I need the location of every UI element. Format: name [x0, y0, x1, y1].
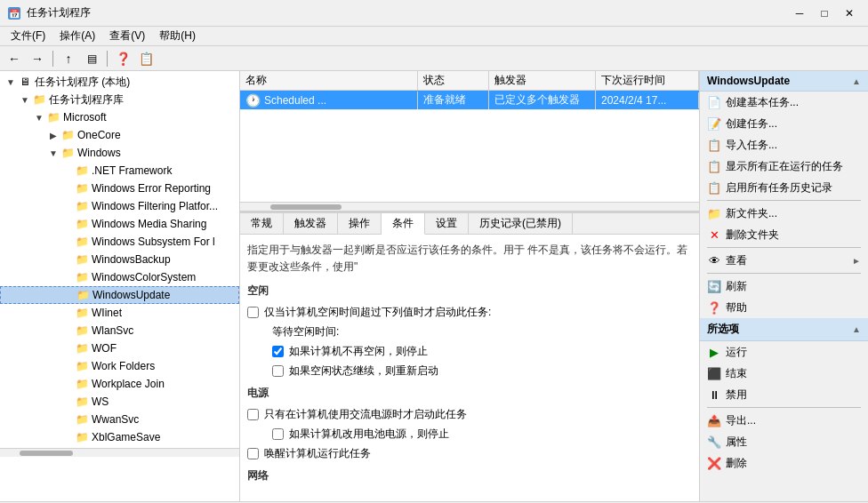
menu-bar: 文件(F) 操作(A) 查看(V) 帮助(H)	[0, 27, 868, 46]
menu-view[interactable]: 查看(V)	[102, 27, 152, 45]
expand-root[interactable]: ▼	[4, 75, 18, 89]
table-row[interactable]: 🕐 Scheduled ... 准备就绪 已定义多个触发器 2024/2/4 1…	[240, 91, 699, 110]
tab-history[interactable]: 历史记录(已禁用)	[469, 213, 573, 234]
idle-check1-checkbox[interactable]	[247, 307, 259, 318]
help-toolbar-button[interactable]: ❓	[112, 49, 133, 68]
delete-folder-icon: ✕	[707, 228, 721, 242]
tree-wiinet-item[interactable]: 📁 WIinet	[0, 304, 239, 322]
tree-microsoft-item[interactable]: ▼ 📁 Microsoft	[0, 108, 239, 126]
tree-wupdate-item[interactable]: 📁 WindowsUpdate	[0, 286, 239, 304]
action-delete[interactable]: ❌ 删除	[700, 452, 868, 474]
tree-workfolders-item[interactable]: 📁 Work Folders	[0, 357, 239, 375]
expand-workfolders[interactable]	[60, 359, 75, 373]
action-create-task[interactable]: 📝 创建任务...	[700, 113, 868, 134]
expand-wiinet[interactable]	[60, 306, 75, 320]
tree-wlansvc-item[interactable]: 📁 WlanSvc	[0, 322, 239, 339]
tree-wbackup-item[interactable]: 📁 WindowsBackup	[0, 251, 239, 268]
tree-ws-item[interactable]: 📁 WS	[0, 393, 239, 411]
tree-wms-item[interactable]: 📁 Windows Media Sharing	[0, 215, 239, 233]
expand-windows[interactable]: ▼	[46, 146, 60, 160]
tab-conditions[interactable]: 条件	[382, 213, 425, 235]
expand-microsoft[interactable]: ▼	[32, 110, 46, 124]
expand-ws[interactable]	[60, 395, 75, 409]
minimize-button[interactable]: ─	[788, 4, 811, 22]
forward-button[interactable]: →	[27, 49, 48, 68]
action-help[interactable]: ❓ 帮助	[700, 297, 868, 318]
action-delete-folder[interactable]: ✕ 删除文件夹	[700, 224, 868, 245]
tab-settings[interactable]: 设置	[425, 213, 469, 234]
back-button[interactable]: ←	[4, 49, 25, 68]
action-show-running[interactable]: 📋 显示所有正在运行的任务	[700, 156, 868, 177]
action-disable[interactable]: ⏸ 禁用	[700, 384, 868, 405]
power-check1-checkbox[interactable]	[247, 409, 259, 420]
expand-xblgamesave[interactable]	[60, 430, 75, 444]
expand-dotnet[interactable]	[60, 164, 75, 178]
windows-folder-icon: 📁	[60, 146, 75, 160]
close-button[interactable]: ✕	[838, 4, 861, 22]
action-new-folder[interactable]: 📁 新文件夹...	[700, 203, 868, 224]
tree-wer-item[interactable]: 📁 Windows Error Reporting	[0, 180, 239, 197]
power-check2-checkbox[interactable]	[272, 428, 284, 440]
window-title: 任务计划程序	[27, 5, 91, 20]
idle-check3-checkbox[interactable]	[272, 365, 284, 377]
tab-triggers[interactable]: 触发器	[284, 213, 338, 234]
menu-help[interactable]: 帮助(H)	[152, 27, 203, 45]
action-run[interactable]: ▶ 运行	[700, 341, 868, 363]
tree-root: ▼ 🖥 任务计划程序 (本地) ▼ 📁 任务计划程序库 ▼ 📁 Microsof…	[0, 71, 239, 448]
expand-wlansvc[interactable]	[60, 323, 75, 338]
tree-library-item[interactable]: ▼ 📁 任务计划程序库	[0, 91, 239, 108]
tree-wcs-item[interactable]: 📁 WindowsColorSystem	[0, 268, 239, 286]
expand-wof[interactable]	[60, 341, 75, 355]
expand-wwansvc[interactable]	[60, 412, 75, 427]
expand-wbackup[interactable]	[60, 252, 75, 267]
expand-onecore[interactable]: ▶	[46, 128, 60, 142]
tree-wsl-item[interactable]: 📁 Windows Subsystem For l	[0, 233, 239, 251]
tab-actions[interactable]: 操作	[338, 213, 382, 234]
expand-wsl[interactable]	[60, 235, 75, 249]
action-refresh[interactable]: 🔄 刷新	[700, 275, 868, 297]
show-panel-button[interactable]: ▤	[81, 49, 102, 68]
action-properties[interactable]: 🔧 属性	[700, 431, 868, 452]
up-button[interactable]: ↑	[58, 49, 79, 68]
action-create-basic[interactable]: 📄 创建基本任务...	[700, 92, 868, 113]
expand-wer[interactable]	[60, 181, 75, 196]
action-view[interactable]: 👁 查看 ►	[700, 250, 868, 271]
action-end[interactable]: ⬛ 结束	[700, 363, 868, 384]
tree-wwansvc-item[interactable]: 📁 WwanSvc	[0, 411, 239, 428]
tree-workplacejoin-item[interactable]: 📁 Workplace Join	[0, 375, 239, 393]
wwansvc-folder-icon: 📁	[75, 412, 89, 427]
tree-onecore-item[interactable]: ▶ 📁 OneCore	[0, 126, 239, 144]
tree-windows-item[interactable]: ▼ 📁 Windows	[0, 144, 239, 162]
menu-file[interactable]: 文件(F)	[4, 27, 52, 45]
expand-wms[interactable]	[60, 217, 75, 231]
expand-wcs[interactable]	[60, 270, 75, 284]
action-export[interactable]: 📤 导出...	[700, 410, 868, 431]
expand-wfp[interactable]	[60, 199, 75, 213]
wsl-label: Windows Subsystem For l	[92, 236, 215, 248]
tree-root-item[interactable]: ▼ 🖥 任务计划程序 (本地)	[0, 73, 239, 91]
expand-library[interactable]: ▼	[18, 92, 32, 107]
expand-wupdate[interactable]	[61, 288, 76, 302]
action-import[interactable]: 📋 导入任务...	[700, 134, 868, 156]
tree-wfp-item[interactable]: 📁 Windows Filtering Platfor...	[0, 197, 239, 215]
action-enable-history[interactable]: 📋 启用所有任务历史记录	[700, 177, 868, 198]
power-check2-row: 如果计算机改用电池电源，则停止	[247, 426, 692, 443]
section1-collapse-arrow[interactable]: ▲	[852, 76, 861, 86]
show-running-icon: 📋	[707, 159, 721, 173]
task-panel: 名称 状态 触发器 下次运行时间 🕐 Scheduled ... 准备就绪 已定…	[240, 71, 699, 213]
tree-xblgamesave-item[interactable]: 📁 XblGameSave	[0, 428, 239, 446]
tree-wof-item[interactable]: 📁 WOF	[0, 339, 239, 357]
menu-action[interactable]: 操作(A)	[52, 27, 102, 45]
power-check3-checkbox[interactable]	[247, 448, 259, 459]
properties-button[interactable]: 📋	[135, 49, 157, 68]
action-sep-4	[707, 407, 861, 408]
section2-collapse-arrow[interactable]: ▲	[852, 324, 861, 334]
expand-workplacejoin[interactable]	[60, 377, 75, 391]
bottom-panel: 常规 触发器 操作 条件 设置 历史记录(已禁用) 指定用于与触发器一起判断是否…	[240, 213, 699, 501]
help-icon: ❓	[707, 300, 721, 315]
right-area: 名称 状态 触发器 下次运行时间 🕐 Scheduled ... 准备就绪 已定…	[240, 71, 699, 501]
idle-check2-checkbox[interactable]	[272, 346, 284, 357]
tab-general[interactable]: 常规	[240, 213, 284, 234]
maximize-button[interactable]: □	[813, 4, 836, 22]
tree-dotnet-item[interactable]: 📁 .NET Framework	[0, 162, 239, 180]
